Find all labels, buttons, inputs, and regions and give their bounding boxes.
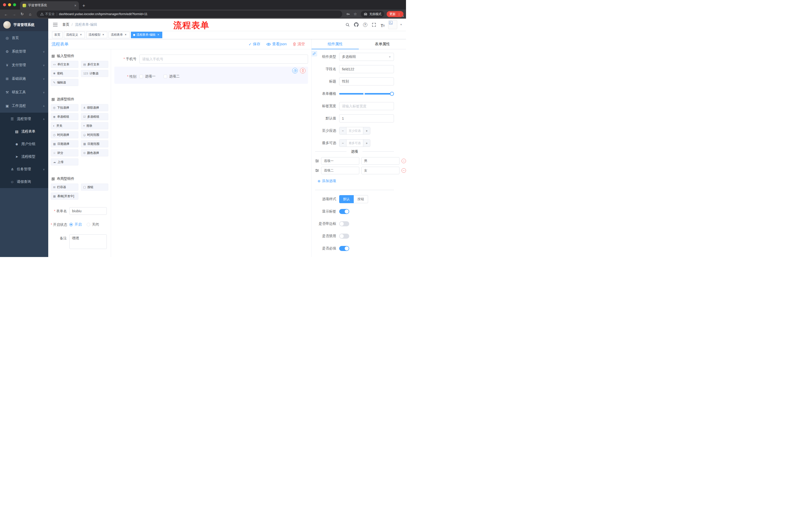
option-label-input[interactable] bbox=[321, 157, 359, 165]
default-value-input[interactable] bbox=[339, 114, 394, 123]
tag-close-icon[interactable]: × bbox=[102, 33, 105, 37]
palette-item[interactable]: ▩ 日期范围 bbox=[81, 140, 109, 147]
palette-item[interactable]: ☁ 上传 bbox=[51, 158, 78, 165]
back-button[interactable]: ← bbox=[2, 10, 9, 18]
breadcrumb-home[interactable]: 首页 bbox=[62, 22, 69, 27]
save-button[interactable]: ✓ 保存 bbox=[249, 42, 261, 47]
clear-button[interactable]: 清空 bbox=[293, 42, 305, 47]
checkbox-option[interactable]: 选项一 bbox=[140, 74, 155, 79]
minimize-window-button[interactable] bbox=[8, 3, 11, 6]
palette-item[interactable]: ⋔ 级联选择 bbox=[81, 104, 109, 111]
palette-item[interactable]: ✎ 编辑器 bbox=[51, 79, 78, 86]
palette-item[interactable]: ⊙ 颜色选择 bbox=[81, 150, 109, 156]
sidebar-item-system-management[interactable]: ⚙ 系统管理∨ bbox=[0, 45, 48, 58]
address-bar[interactable]: 不安全 dashboard.yudao.iocoder.cn/bpm/manag… bbox=[37, 10, 342, 18]
palette-item[interactable]: ◷ 时间选择 bbox=[51, 131, 78, 138]
fullscreen-icon[interactable] bbox=[371, 21, 377, 28]
sidebar-item-home[interactable]: ◎ 首页 bbox=[0, 31, 48, 45]
close-window-button[interactable] bbox=[3, 3, 6, 6]
avatar[interactable] bbox=[388, 20, 397, 29]
status-radio-off[interactable]: 关闭 bbox=[87, 222, 99, 227]
sidebar-item-process-model[interactable]: ➤ 流程模型 bbox=[0, 151, 48, 163]
palette-item[interactable]: ◎ 下拉选择 bbox=[51, 104, 78, 111]
tag[interactable]: 流程表单-编辑 × bbox=[131, 32, 162, 38]
sidebar-logo[interactable]: 芋道管理系统 bbox=[0, 19, 48, 31]
increase-button[interactable]: + bbox=[363, 127, 370, 134]
form-canvas[interactable]: 手机号 bbox=[111, 49, 311, 257]
palette-item[interactable]: ◶ 时间范围 bbox=[81, 131, 109, 138]
security-warning-icon[interactable]: 不安全 bbox=[40, 12, 55, 16]
delete-field-button[interactable] bbox=[300, 68, 306, 74]
search-icon[interactable] bbox=[344, 21, 351, 28]
sidebar-item-dev-tools[interactable]: ⚒ 研发工具∨ bbox=[0, 85, 48, 99]
tab-component-props[interactable]: 组件属性 bbox=[312, 39, 359, 49]
zoom-window-button[interactable] bbox=[13, 3, 16, 6]
decrease-button[interactable]: − bbox=[340, 140, 346, 146]
palette-item[interactable]: ◉ 单选框组 bbox=[51, 113, 78, 120]
selected-gender-field[interactable]: 性别 选项一 选项二 bbox=[114, 66, 308, 84]
sidebar-item-process-management[interactable]: ☰ 流程管理∧ bbox=[0, 113, 48, 125]
sidebar-toggle-icon[interactable] bbox=[52, 21, 59, 28]
max-select-input[interactable]: 最多可选 bbox=[346, 140, 363, 146]
link-icon[interactable] bbox=[312, 51, 317, 56]
tag[interactable]: 流程表单 × bbox=[109, 32, 129, 38]
tag[interactable]: 流程定义 × bbox=[64, 32, 85, 38]
update-button[interactable]: 更新 ⋮ bbox=[387, 11, 404, 17]
view-json-button[interactable]: 查看json bbox=[266, 42, 287, 47]
sidebar-item-leave-query[interactable]: ☺ 请假查询 bbox=[0, 175, 48, 188]
palette-item[interactable]: ▢ 按钮 bbox=[81, 184, 109, 191]
style-default-button[interactable]: 默认 bbox=[339, 195, 354, 203]
option-value-input[interactable] bbox=[361, 157, 400, 165]
increase-button[interactable]: + bbox=[363, 140, 370, 146]
help-icon[interactable]: ? bbox=[362, 21, 368, 28]
palette-item[interactable]: ☆ 评分 bbox=[51, 150, 78, 156]
slider-handle[interactable] bbox=[390, 92, 394, 96]
palette-item[interactable]: ⊞ 行容器 bbox=[51, 184, 78, 191]
slider-track[interactable] bbox=[339, 93, 392, 94]
browser-menu-icon[interactable]: ⋮ bbox=[398, 12, 401, 16]
remark-textarea[interactable]: 嘿嘿 bbox=[69, 234, 107, 249]
form-name-input[interactable] bbox=[69, 207, 107, 215]
reload-button[interactable]: ↻ bbox=[19, 10, 26, 18]
tag-close-icon[interactable]: × bbox=[124, 33, 127, 37]
font-size-icon[interactable]: TT bbox=[379, 21, 386, 28]
copy-field-button[interactable] bbox=[292, 68, 298, 74]
toggle-switch[interactable] bbox=[339, 209, 349, 214]
min-select-input[interactable]: 至少应选 bbox=[346, 127, 363, 134]
remove-option-icon[interactable]: − bbox=[402, 159, 406, 163]
sidebar-item-infrastructure[interactable]: ⊞ 基础设施∨ bbox=[0, 72, 48, 85]
tag-close-icon[interactable]: × bbox=[79, 33, 83, 37]
phone-input[interactable] bbox=[140, 55, 308, 64]
forward-button[interactable]: → bbox=[10, 10, 18, 18]
tag[interactable]: 流程模型 × bbox=[86, 32, 107, 38]
tab-form-props[interactable]: 表单属性 bbox=[359, 39, 406, 49]
github-icon[interactable] bbox=[353, 21, 359, 28]
drag-handle-icon[interactable] bbox=[315, 169, 319, 172]
title-input[interactable] bbox=[339, 77, 394, 85]
chevron-down-icon[interactable]: ▼ bbox=[402, 15, 404, 18]
palette-item[interactable]: ⌖ 滑块 bbox=[81, 122, 109, 129]
option-label-input[interactable] bbox=[321, 167, 359, 174]
sidebar-item-user-group[interactable]: ☻ 用户分组 bbox=[0, 138, 48, 151]
sidebar-item-workflow[interactable]: ▣ 工作流程∧ bbox=[0, 99, 48, 113]
tag-width-input[interactable] bbox=[339, 102, 394, 110]
status-radio-on[interactable]: 开启 bbox=[69, 222, 82, 227]
palette-item[interactable]: ▤ 多行文本 bbox=[81, 61, 109, 68]
sidebar-item-payment-management[interactable]: ¥ 支付管理∨ bbox=[0, 58, 48, 72]
home-button[interactable]: ⌂ bbox=[27, 10, 34, 18]
field-name-input[interactable] bbox=[339, 65, 394, 73]
checkbox-icon[interactable] bbox=[164, 75, 167, 78]
style-button-button[interactable]: 按钮 bbox=[354, 195, 368, 203]
remove-option-icon[interactable]: − bbox=[402, 168, 406, 173]
add-option-button[interactable]: ⊕ 添加选项 bbox=[318, 179, 336, 183]
checkbox-icon[interactable] bbox=[140, 75, 143, 78]
phone-field[interactable]: 手机号 bbox=[114, 55, 308, 64]
bookmark-star-icon[interactable]: ☆ bbox=[352, 11, 358, 17]
palette-item[interactable]: ◐ 开关 bbox=[51, 122, 78, 129]
grid-slider[interactable] bbox=[339, 90, 394, 98]
tag-close-icon[interactable]: × bbox=[156, 33, 160, 37]
option-value-input[interactable] bbox=[361, 167, 400, 174]
palette-item[interactable]: ▭ 单行文本 bbox=[51, 61, 78, 68]
checkbox-option[interactable]: 选项二 bbox=[164, 74, 180, 79]
new-tab-button[interactable]: + bbox=[82, 3, 85, 8]
